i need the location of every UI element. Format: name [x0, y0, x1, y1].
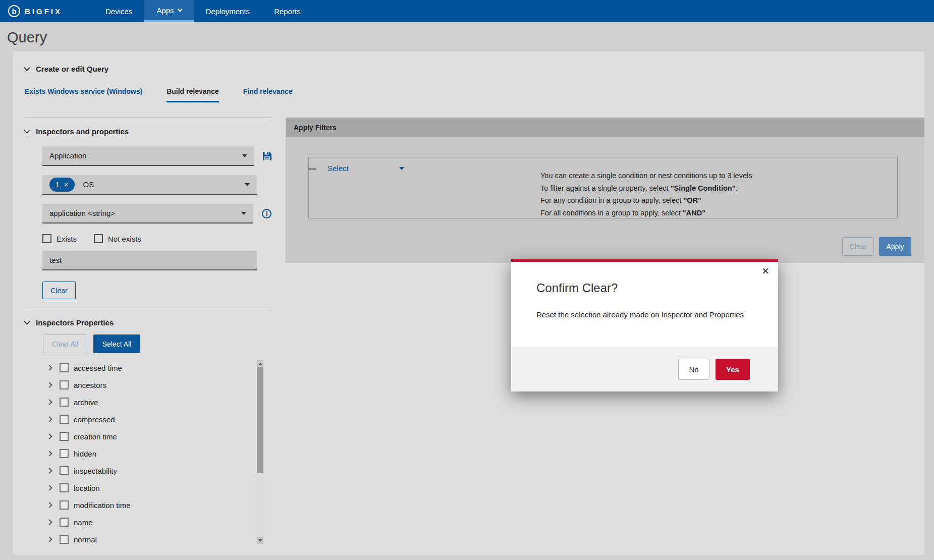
brand-name: BIGFIX: [25, 7, 62, 16]
section-title: Create or edit Query: [36, 65, 108, 73]
context-select[interactable]: 1 × OS: [42, 175, 257, 195]
save-icon[interactable]: [263, 152, 271, 160]
context-select-value: OS: [83, 180, 94, 189]
property-checkbox[interactable]: [60, 535, 69, 544]
property-checkbox[interactable]: [60, 432, 69, 441]
scroll-down-icon[interactable]: [257, 537, 263, 544]
chevron-right-icon[interactable]: [46, 519, 52, 525]
confirm-clear-modal: × Confirm Clear? Reset the selection alr…: [511, 259, 778, 391]
not-exists-label: Not exists: [108, 235, 141, 243]
property-row: name: [47, 514, 271, 531]
chevron-right-icon[interactable]: [46, 451, 52, 456]
property-row: location: [47, 479, 271, 496]
inspectors-and-properties-toggle[interactable]: Inspectors and properties: [25, 125, 271, 137]
yes-button[interactable]: Yes: [716, 359, 750, 380]
property-row: normal: [47, 531, 271, 548]
property-checkbox[interactable]: [60, 363, 69, 372]
chevron-right-icon[interactable]: [46, 365, 52, 370]
not-exists-checkbox[interactable]: [94, 234, 103, 243]
property-checkbox[interactable]: [60, 466, 69, 475]
nav-item-label: Reports: [274, 7, 301, 16]
nav-item-devices[interactable]: Devices: [93, 0, 144, 22]
property-label: location: [74, 484, 100, 492]
no-button[interactable]: No: [678, 359, 709, 380]
property-checkbox[interactable]: [60, 483, 69, 492]
clear-all-button[interactable]: Clear All: [43, 334, 87, 353]
property-row: creation time: [47, 428, 271, 445]
property-label: normal: [74, 535, 97, 544]
clear-button[interactable]: Clear: [42, 282, 76, 299]
properties-actions: Clear All Select All: [43, 334, 271, 353]
chevron-right-icon[interactable]: [46, 433, 52, 439]
property-checkbox[interactable]: [60, 398, 69, 407]
inspector-select-value: Application: [49, 151, 86, 160]
properties-scrollbar[interactable]: [257, 360, 263, 544]
chevron-right-icon[interactable]: [46, 468, 52, 473]
create-or-edit-query-toggle[interactable]: Create or edit Query: [25, 63, 924, 75]
property-checkbox[interactable]: [60, 380, 69, 389]
nav-item-label: Apps: [156, 6, 174, 15]
property-label: modification time: [74, 501, 131, 510]
property-checkbox[interactable]: [60, 518, 69, 527]
chevron-right-icon[interactable]: [46, 536, 52, 542]
inspectors-properties-toggle[interactable]: Inspectors Properties: [25, 316, 271, 328]
apply-filters-actions: Clear Apply: [308, 237, 911, 256]
condition-select[interactable]: Select: [327, 164, 404, 173]
modal-footer: No Yes: [511, 347, 778, 391]
property-label: creation time: [74, 432, 117, 441]
info-icon[interactable]: i: [262, 209, 271, 218]
select-all-button[interactable]: Select All: [93, 334, 140, 353]
chevron-right-icon[interactable]: [46, 485, 52, 490]
help-text-line: You can create a single condition or nes…: [540, 170, 752, 182]
query-builder-content: Inspectors and properties Application: [25, 118, 924, 548]
chevron-right-icon[interactable]: [46, 416, 52, 422]
property-label: inspectability: [74, 467, 117, 475]
chevron-right-icon[interactable]: [46, 382, 52, 387]
exists-checkbox-group[interactable]: Exists: [42, 234, 77, 243]
tab-exists-windows-service[interactable]: Exists Windows service (Windows): [25, 87, 142, 102]
top-navbar: b BIGFIX Devices Apps Deployments Report…: [0, 0, 934, 22]
property-checkbox[interactable]: [60, 415, 69, 424]
scrollbar-thumb[interactable]: [257, 367, 263, 473]
scroll-up-icon[interactable]: [257, 360, 263, 367]
exists-checkbox[interactable]: [42, 234, 51, 243]
main-nav: Devices Apps Deployments Reports: [93, 0, 313, 22]
close-icon[interactable]: ×: [762, 265, 769, 277]
page-title: Query: [7, 29, 934, 46]
nav-item-apps[interactable]: Apps: [144, 0, 193, 22]
chevron-down-icon: [24, 65, 30, 71]
tab-build-relevance[interactable]: Build relevance: [167, 87, 219, 102]
filters-clear-button[interactable]: Clear: [842, 237, 874, 256]
section-divider: [25, 309, 271, 309]
nav-item-label: Devices: [105, 7, 132, 16]
property-row: hidden: [47, 445, 271, 462]
help-text-line: For all conditions in a group to apply, …: [540, 207, 752, 219]
caret-down-icon: [241, 212, 246, 215]
chip-remove-icon[interactable]: ×: [64, 181, 69, 188]
apply-filters-title: Apply Filters: [294, 124, 337, 132]
not-exists-checkbox-group[interactable]: Not exists: [94, 234, 141, 243]
tree-connector-dash: [308, 169, 316, 170]
inspector-select[interactable]: Application: [42, 146, 254, 166]
property-checkbox[interactable]: [60, 449, 69, 458]
apply-button[interactable]: Apply: [879, 237, 911, 256]
apply-filters-help: You can create a single condition or nes…: [540, 170, 752, 219]
bigfix-logo: b BIGFIX: [0, 0, 77, 22]
tab-find-relevance[interactable]: Find relevance: [243, 87, 293, 102]
apply-filters-body: Select You can create a single condition…: [286, 137, 924, 263]
chip-count: 1: [56, 181, 60, 189]
query-card: Create or edit Query Exists Windows serv…: [13, 51, 924, 555]
chevron-right-icon[interactable]: [46, 502, 52, 508]
caret-down-icon: [245, 183, 250, 186]
property-label: archive: [74, 398, 98, 407]
help-text-line: For any condition in a group to apply, s…: [540, 194, 752, 207]
nav-item-deployments[interactable]: Deployments: [194, 0, 262, 22]
chevron-right-icon[interactable]: [46, 399, 52, 405]
property-checkbox[interactable]: [60, 500, 69, 510]
property-select-value: application <string>: [49, 209, 115, 217]
property-select[interactable]: application <string>: [42, 204, 253, 223]
value-input[interactable]: [42, 251, 257, 270]
property-row: inspectability: [47, 462, 271, 479]
property-label: accessed time: [74, 364, 122, 372]
nav-item-reports[interactable]: Reports: [262, 0, 313, 22]
